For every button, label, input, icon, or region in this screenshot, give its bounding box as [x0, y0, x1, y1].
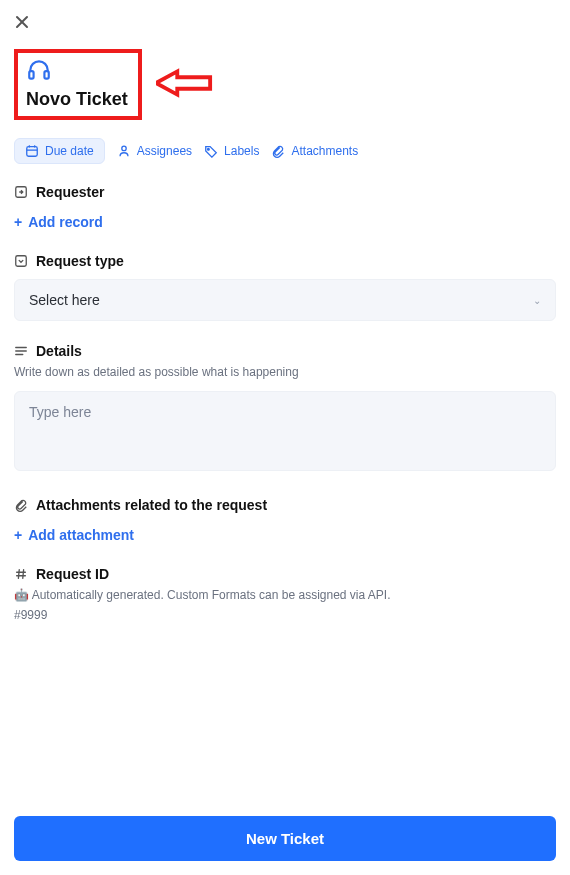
- requester-title: Requester: [36, 184, 104, 200]
- headset-icon: [26, 57, 52, 87]
- tag-icon: [204, 144, 218, 158]
- assignees-label: Assignees: [137, 144, 192, 158]
- close-icon[interactable]: [14, 14, 30, 35]
- new-ticket-button[interactable]: New Ticket: [14, 816, 556, 861]
- annotation-arrow-icon: [156, 68, 214, 102]
- labels-label: Labels: [224, 144, 259, 158]
- due-date-chip[interactable]: Due date: [14, 138, 105, 164]
- svg-marker-4: [156, 71, 210, 94]
- plus-icon: +: [14, 214, 22, 230]
- request-id-value: #9999: [14, 608, 556, 622]
- add-attachment-label: Add attachment: [28, 527, 134, 543]
- request-attachments-title: Attachments related to the request: [36, 497, 267, 513]
- request-id-title: Request ID: [36, 566, 109, 582]
- request-id-section: Request ID 🤖 Automatically generated. Cu…: [14, 566, 556, 622]
- meta-chips-row: Due date Assignees Labels Attachments: [14, 138, 556, 164]
- svg-rect-12: [16, 256, 27, 267]
- svg-point-10: [208, 148, 210, 150]
- request-type-placeholder: Select here: [29, 292, 100, 308]
- arrow-in-icon: [14, 185, 28, 199]
- requester-section: Requester + Add record: [14, 184, 556, 231]
- page-title[interactable]: Novo Ticket: [26, 89, 128, 110]
- add-record-label: Add record: [28, 214, 103, 230]
- person-icon: [117, 144, 131, 158]
- details-input[interactable]: [14, 391, 556, 471]
- request-type-section: Request type Select here ⌄: [14, 253, 556, 321]
- request-attachments-section: Attachments related to the request + Add…: [14, 497, 556, 544]
- paperclip-icon: [14, 498, 28, 512]
- request-id-helper: 🤖 Automatically generated. Custom Format…: [14, 588, 556, 602]
- attachments-chip[interactable]: Attachments: [271, 144, 358, 158]
- svg-rect-3: [44, 71, 48, 79]
- request-type-title: Request type: [36, 253, 124, 269]
- add-attachment-button[interactable]: + Add attachment: [14, 527, 134, 543]
- labels-chip[interactable]: Labels: [204, 144, 259, 158]
- svg-point-9: [122, 146, 126, 150]
- svg-rect-5: [27, 147, 38, 157]
- lines-icon: [14, 344, 28, 358]
- assignees-chip[interactable]: Assignees: [117, 144, 192, 158]
- calendar-icon: [25, 144, 39, 158]
- select-icon: [14, 254, 28, 268]
- hash-icon: [14, 567, 28, 581]
- due-date-label: Due date: [45, 144, 94, 158]
- add-record-button[interactable]: + Add record: [14, 214, 103, 230]
- request-type-select[interactable]: Select here ⌄: [14, 279, 556, 321]
- attachments-label: Attachments: [291, 144, 358, 158]
- details-title: Details: [36, 343, 82, 359]
- chevron-down-icon: ⌄: [533, 295, 541, 306]
- details-section: Details Write down as detailed as possib…: [14, 343, 556, 475]
- plus-icon: +: [14, 527, 22, 543]
- paperclip-icon: [271, 144, 285, 158]
- svg-rect-2: [29, 71, 33, 79]
- title-highlight-box: Novo Ticket: [14, 49, 142, 120]
- svg-line-18: [18, 570, 19, 579]
- details-helper: Write down as detailed as possible what …: [14, 365, 556, 379]
- svg-line-19: [23, 570, 24, 579]
